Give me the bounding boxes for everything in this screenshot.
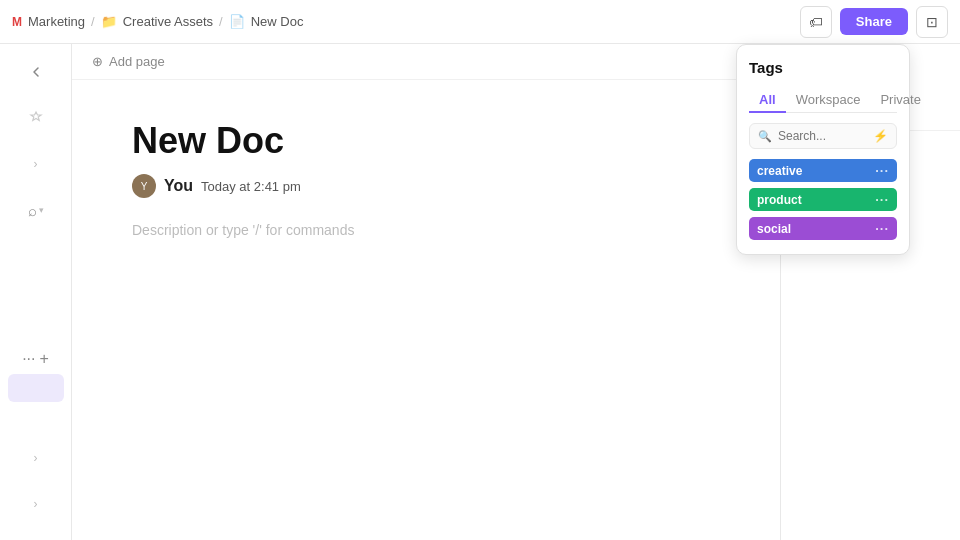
tags-search-bar: 🔍 ⚡: [749, 123, 897, 149]
sidebar: › ⌕ ▾ ··· + › ›: [0, 44, 72, 540]
add-page-bar[interactable]: ⊕ Add page: [72, 44, 780, 80]
tags-tabs: All Workspace Private: [749, 88, 897, 113]
marketing-icon: M: [12, 15, 22, 29]
add-page-label: Add page: [109, 54, 165, 69]
avatar: Y: [132, 174, 156, 198]
tag-social-label: social: [757, 222, 791, 236]
sidebar-active-highlight: [8, 374, 64, 402]
breadcrumb-creative-assets[interactable]: Creative Assets: [123, 14, 213, 29]
topbar: M Marketing / 📁 Creative Assets / 📄 New …: [0, 0, 960, 44]
tags-search-input[interactable]: [778, 129, 867, 143]
content-area: ⊕ Add page New Doc Y You Today at 2:41 p…: [72, 44, 780, 540]
tags-panel-title: Tags: [749, 59, 897, 76]
breadcrumb-sep2: /: [219, 14, 223, 29]
tags-panel: Tags All Workspace Private 🔍 ⚡ creative …: [736, 44, 910, 255]
sidebar-chevron-1[interactable]: ›: [16, 144, 56, 184]
tab-workspace[interactable]: Workspace: [786, 88, 871, 113]
sidebar-search-item[interactable]: ⌕ ▾: [16, 190, 56, 230]
breadcrumb: M Marketing / 📁 Creative Assets / 📄 New …: [12, 14, 303, 29]
folder-icon: 📁: [101, 14, 117, 29]
layout-toggle-button[interactable]: ⊡: [916, 6, 948, 38]
tab-all[interactable]: All: [749, 88, 786, 113]
tag-list: creative ··· product ··· social ···: [749, 159, 897, 240]
tags-filter-icon[interactable]: ⚡: [873, 129, 888, 143]
tag-product[interactable]: product ···: [749, 188, 897, 211]
breadcrumb-sep1: /: [91, 14, 95, 29]
sidebar-bottom: ··· + › ›: [8, 350, 64, 532]
add-page-icon: ⊕: [92, 54, 103, 69]
sidebar-top: › ⌕ ▾: [16, 52, 56, 346]
tag-creative-label: creative: [757, 164, 802, 178]
sidebar-collapse-button[interactable]: [16, 52, 56, 92]
tag-creative-dots[interactable]: ···: [875, 163, 889, 178]
sidebar-dots-button[interactable]: ···: [22, 350, 35, 368]
topbar-actions: 🏷 Share ⊡: [800, 6, 948, 38]
share-button[interactable]: Share: [840, 8, 908, 35]
chevron-right-icon-3: ›: [34, 497, 38, 511]
doc-placeholder[interactable]: Description or type '/' for commands: [132, 222, 720, 238]
doc-author: You: [164, 177, 193, 195]
breadcrumb-marketing[interactable]: Marketing: [28, 14, 85, 29]
sidebar-chevron-3[interactable]: ›: [16, 484, 56, 524]
tab-private[interactable]: Private: [870, 88, 930, 113]
tag-icon-button[interactable]: 🏷: [800, 6, 832, 38]
doc-title[interactable]: New Doc: [132, 120, 720, 162]
doc-timestamp: Today at 2:41 pm: [201, 179, 301, 194]
tag-product-label: product: [757, 193, 802, 207]
search-icon: ⌕: [28, 202, 37, 219]
doc-main: New Doc Y You Today at 2:41 pm Descripti…: [72, 80, 780, 540]
tags-search-icon: 🔍: [758, 130, 772, 143]
breadcrumb-doc-name[interactable]: New Doc: [251, 14, 304, 29]
tag-creative[interactable]: creative ···: [749, 159, 897, 182]
tag-product-dots[interactable]: ···: [875, 192, 889, 207]
sidebar-plus-button[interactable]: +: [40, 350, 49, 368]
sidebar-star-item[interactable]: [16, 98, 56, 138]
sidebar-chevron-2[interactable]: ›: [16, 438, 56, 478]
doc-meta: Y You Today at 2:41 pm: [132, 174, 720, 198]
doc-icon: 📄: [229, 14, 245, 29]
tag-social[interactable]: social ···: [749, 217, 897, 240]
chevron-right-icon: ›: [34, 157, 38, 171]
chevron-right-icon-2: ›: [34, 451, 38, 465]
search-chevron-icon: ▾: [39, 205, 44, 215]
tag-social-dots[interactable]: ···: [875, 221, 889, 236]
